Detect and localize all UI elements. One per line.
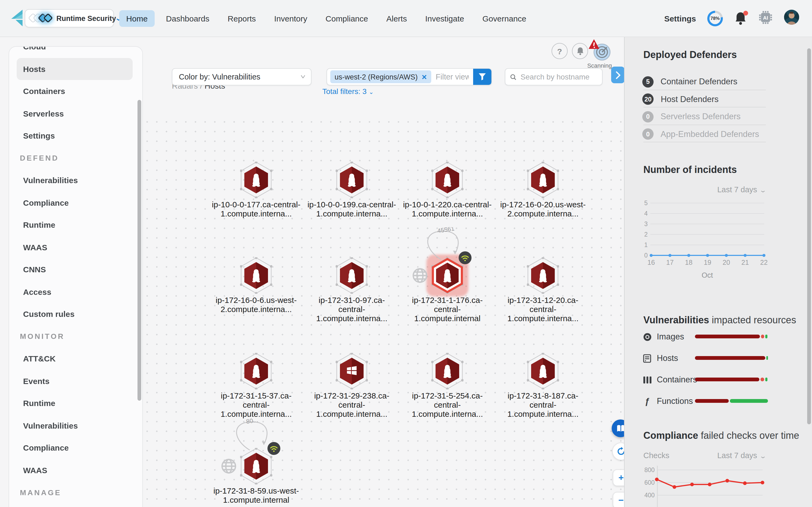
svg-text:800: 800 xyxy=(644,466,655,473)
host-label: ip-172-16-0-20.us-west-2.compute.interna… xyxy=(497,200,589,218)
expand-panel-button[interactable] xyxy=(611,67,624,83)
sidebar-item-runtime[interactable]: Runtime xyxy=(9,214,142,236)
sidebar-item-compliance[interactable]: Compliance xyxy=(9,191,142,214)
host-node[interactable]: ip-172-31-29-238.ca-central-1.compute.in… xyxy=(306,353,397,418)
sidebar-item-access[interactable]: Access xyxy=(9,281,142,303)
help-icon[interactable]: ? xyxy=(552,43,568,59)
host-node[interactable]: ip-172-31-0-97.ca-central-1.compute.inte… xyxy=(306,257,397,323)
incidents-range-select[interactable]: Last 7 days⌄ xyxy=(717,185,765,194)
scanning-indicator[interactable] xyxy=(591,41,612,62)
host-node[interactable]: ip-10-0-0-199.ca-central-1.compute.inter… xyxy=(306,162,397,218)
host-label: ip-172-31-15-37.ca-central-1.compute.int… xyxy=(211,391,302,418)
book-icon xyxy=(616,424,624,433)
tab-investigate[interactable]: Investigate xyxy=(418,10,471,26)
zoom-out-button[interactable]: − xyxy=(613,492,624,507)
host-node[interactable]: ip-10-0-1-220.ca-central-1.compute.inter… xyxy=(402,162,493,218)
host-node[interactable]: ip-10-0-0-177.ca-central-1.compute.inter… xyxy=(211,162,302,218)
canvas-bell-icon[interactable] xyxy=(572,43,588,59)
svg-text:AI: AI xyxy=(763,15,768,20)
sidebar-item-vulnerabilities[interactable]: Vulnerabilities xyxy=(9,169,142,191)
vuln-resource-label: Hosts xyxy=(657,353,678,363)
chip-remove-icon[interactable]: ✕ xyxy=(421,73,427,81)
sidebar: CloudHostsContainersServerlessSettingsDE… xyxy=(9,46,143,507)
wifi-badge-icon xyxy=(459,251,471,264)
chevron-down-icon: ⌄ xyxy=(759,453,767,460)
sidebar-section-monitor: MONITOR xyxy=(9,325,142,347)
svg-text:80...: 80... xyxy=(246,418,258,425)
tab-governance[interactable]: Governance xyxy=(475,10,533,26)
apply-filter-button[interactable] xyxy=(473,68,491,86)
sidebar-item-events[interactable]: Events xyxy=(9,370,142,392)
settings-link[interactable]: Settings xyxy=(664,14,696,23)
sidebar-item-cloud[interactable]: Cloud xyxy=(9,46,142,58)
vuln-severity-bar xyxy=(695,399,769,403)
compliance-title: Compliance failed checks over time xyxy=(643,430,799,442)
sidebar-scrollbar[interactable] xyxy=(137,100,141,401)
host-label: ip-172-31-1-176.ca-central-1.compute.int… xyxy=(402,295,493,323)
sidebar-item-containers[interactable]: Containers xyxy=(9,80,142,102)
total-filters-toggle[interactable]: Total filters: 3 ⌄ xyxy=(301,87,395,96)
tab-inventory[interactable]: Inventory xyxy=(267,10,314,26)
refresh-icon xyxy=(617,447,624,456)
chevron-down-icon: ⌄ xyxy=(759,187,767,194)
compliance-ylabel: Checks xyxy=(643,451,670,460)
filter-input[interactable] xyxy=(431,72,473,81)
zoom-in-button[interactable]: + xyxy=(613,469,624,486)
sidebar-item-serverless[interactable]: Serverless xyxy=(9,102,142,125)
search-input[interactable] xyxy=(520,72,597,81)
search-icon xyxy=(510,73,516,80)
color-by-select[interactable]: Color by: Vulnerabilities ˅ xyxy=(172,68,311,86)
incidents-title: Number of incidents xyxy=(643,164,737,176)
avatar[interactable] xyxy=(784,10,799,27)
sidebar-item-att-ck[interactable]: ATT&CK xyxy=(9,347,142,370)
bar-segment-critical xyxy=(695,399,729,403)
tab-alerts[interactable]: Alerts xyxy=(380,10,414,26)
notifications-bell-icon[interactable] xyxy=(734,11,747,25)
ai-assistant-icon[interactable]: AI xyxy=(758,10,773,26)
host-node[interactable]: 45561 ip-172-31-1-176.ca-central-1.compu… xyxy=(402,257,493,323)
tab-home[interactable]: Home xyxy=(119,10,155,26)
tab-reports[interactable]: Reports xyxy=(221,10,263,26)
sidebar-item-cloud-accounts[interactable]: Cloud accounts xyxy=(9,504,142,507)
scanning-warning-icon xyxy=(589,39,599,49)
host-node[interactable]: ip-172-31-12-20.ca-central-1.compute.int… xyxy=(497,257,589,323)
linux-os-icon xyxy=(441,269,454,282)
credits-donut[interactable]: 78% xyxy=(707,10,723,26)
bar-segment-high xyxy=(761,335,764,338)
sidebar-item-hosts[interactable]: Hosts xyxy=(17,58,133,80)
svg-text:2: 2 xyxy=(644,231,648,238)
vuln-resource-row: Containers xyxy=(642,374,697,386)
product-switcher-label: Runtime Security xyxy=(56,14,116,22)
panel-scrollbar[interactable] xyxy=(807,48,811,424)
host-node[interactable]: ip-172-31-8-187.ca-central-1.compute.int… xyxy=(497,353,589,418)
host-node[interactable]: 80... ip-172-31-8-59.us-west-1.compute.i… xyxy=(211,448,302,504)
host-node[interactable]: ip-172-31-5-254.ca-central-1.compute.int… xyxy=(402,353,493,418)
host-node[interactable]: ip-172-16-0-6.us-west-2.compute.interna.… xyxy=(211,257,302,314)
host-label: ip-10-0-1-220.ca-central-1.compute.inter… xyxy=(402,200,493,218)
sidebar-item-compliance[interactable]: Compliance xyxy=(9,437,142,459)
product-switcher[interactable]: Runtime Security ⌄ xyxy=(25,9,114,27)
defender-label: App-Embedded Defenders xyxy=(660,129,759,139)
host-label: ip-172-31-5-254.ca-central-1.compute.int… xyxy=(402,391,493,418)
sidebar-item-waas[interactable]: WAAS xyxy=(9,459,142,481)
bar-segment-ok xyxy=(766,356,768,360)
defender-count-badge: 20 xyxy=(642,94,654,105)
app: Runtime Security ⌄ HomeDashboardsReports… xyxy=(0,0,812,507)
bar-segment-critical xyxy=(695,356,765,360)
sidebar-item-vulnerabilities[interactable]: Vulnerabilities xyxy=(9,414,142,437)
sidebar-item-waas[interactable]: WAAS xyxy=(9,236,142,258)
main-nav: HomeDashboardsReportsInventoryCompliance… xyxy=(119,0,533,37)
tab-compliance[interactable]: Compliance xyxy=(318,10,375,26)
tab-dashboards[interactable]: Dashboards xyxy=(159,10,217,26)
host-node[interactable]: ip-172-31-15-37.ca-central-1.compute.int… xyxy=(211,353,302,418)
svg-text:5: 5 xyxy=(644,200,648,207)
filter-chip[interactable]: us-west-2 (Regions/AWS) ✕ xyxy=(330,70,431,83)
sidebar-item-cnns[interactable]: CNNS xyxy=(9,258,142,281)
host-label: ip-10-0-0-177.ca-central-1.compute.inter… xyxy=(211,200,302,218)
compliance-range-select[interactable]: Last 7 days⌄ xyxy=(717,451,765,460)
sidebar-item-settings[interactable]: Settings xyxy=(9,125,142,147)
host-node[interactable]: ip-172-16-0-20.us-west-2.compute.interna… xyxy=(497,162,589,218)
sidebar-item-custom-rules[interactable]: Custom rules xyxy=(9,303,142,325)
sidebar-item-runtime[interactable]: Runtime xyxy=(9,392,142,414)
defender-row: 0Serverless Defenders xyxy=(642,110,741,123)
